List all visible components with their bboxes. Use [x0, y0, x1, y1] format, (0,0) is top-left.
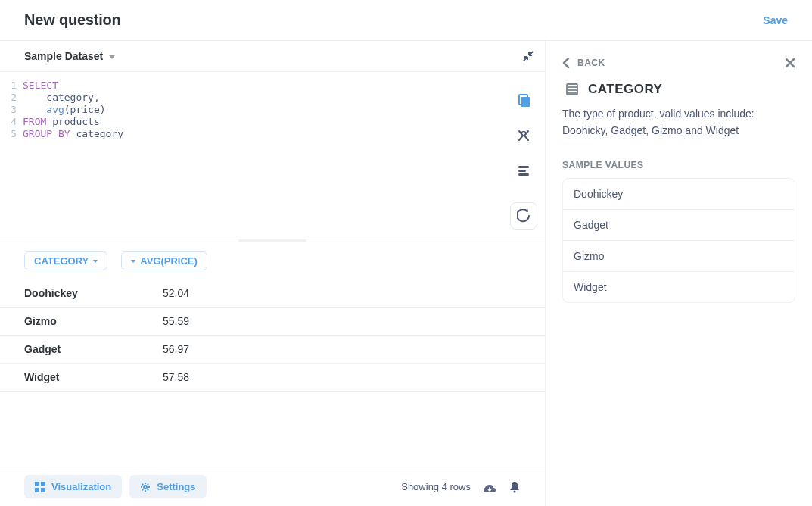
- sample-value-item: Gadget: [563, 210, 795, 241]
- page-title: New question: [24, 11, 121, 29]
- bell-icon[interactable]: [509, 481, 521, 493]
- sql-editor[interactable]: 12345 SELECT category, avg(price)FROM pr…: [0, 72, 502, 242]
- grid-icon: [35, 482, 45, 492]
- row-count-status: Showing 4 rows: [401, 481, 471, 492]
- svg-rect-7: [35, 488, 39, 492]
- results-table: Doohickey52.04Gizmo55.59Gadget56.97Widge…: [0, 280, 545, 392]
- close-button[interactable]: [785, 58, 795, 68]
- table-row[interactable]: Gadget56.97: [0, 336, 545, 364]
- topbar: New question Save: [0, 0, 812, 41]
- right-panel: BACK CATEGORY: [546, 41, 812, 506]
- table-row[interactable]: Gizmo55.59: [0, 308, 545, 336]
- gear-icon: [140, 482, 151, 492]
- chevron-down-icon: [93, 260, 98, 263]
- column-header-pill[interactable]: CATEGORY: [24, 251, 107, 270]
- bottombar: Visualization Settings Showing 4 rows: [0, 467, 545, 506]
- reference-icon[interactable]: [516, 93, 531, 108]
- save-button[interactable]: Save: [763, 14, 788, 27]
- sample-values-label: SAMPLE VALUES: [562, 160, 795, 170]
- svg-rect-6: [41, 482, 45, 486]
- sample-value-item: Gizmo: [563, 241, 795, 272]
- run-query-button[interactable]: [510, 202, 537, 230]
- code-content: SELECT category, avg(price)FROM products…: [23, 80, 502, 242]
- column-header-pill[interactable]: AVG(PRICE): [121, 251, 207, 270]
- contract-icon[interactable]: [522, 50, 534, 62]
- editor-rail: [502, 72, 545, 242]
- dataset-picker[interactable]: Sample Dataset: [24, 50, 115, 62]
- settings-button[interactable]: Settings: [129, 475, 206, 498]
- sample-value-item: Doohickey: [563, 179, 795, 210]
- close-icon: [785, 58, 795, 68]
- line-gutter: 12345: [0, 80, 23, 242]
- results-area: CATEGORYAVG(PRICE) Doohickey52.04Gizmo55…: [0, 242, 545, 467]
- svg-rect-8: [41, 488, 45, 492]
- field-type-icon: [565, 83, 579, 96]
- sample-values-list: DoohickeyGadgetGizmoWidget: [562, 178, 795, 303]
- column-headers: CATEGORYAVG(PRICE): [0, 251, 545, 280]
- snippets-icon[interactable]: [516, 163, 531, 178]
- svg-rect-4: [518, 173, 529, 176]
- dataset-bar: Sample Dataset: [0, 41, 545, 72]
- chevron-left-icon: [562, 58, 570, 68]
- back-button[interactable]: BACK: [562, 58, 605, 68]
- visualization-button[interactable]: Visualization: [24, 475, 122, 498]
- table-row[interactable]: Widget57.58: [0, 364, 545, 392]
- download-icon[interactable]: [483, 480, 496, 494]
- svg-rect-3: [518, 170, 526, 172]
- field-name: CATEGORY: [588, 82, 662, 97]
- editor-area: 12345 SELECT category, avg(price)FROM pr…: [0, 72, 545, 242]
- left-pane: Sample Dataset 12345 SELECT category, av…: [0, 41, 546, 506]
- variable-icon[interactable]: [516, 128, 531, 143]
- svg-point-9: [144, 486, 147, 489]
- dataset-name: Sample Dataset: [24, 50, 103, 62]
- svg-point-10: [514, 490, 516, 492]
- sample-value-item: Widget: [563, 272, 795, 302]
- table-row[interactable]: Doohickey52.04: [0, 280, 545, 308]
- chevron-down-icon: [109, 55, 115, 59]
- chevron-down-icon: [131, 260, 135, 263]
- svg-rect-5: [35, 482, 39, 486]
- field-description: The type of product, valid values includ…: [562, 106, 795, 139]
- resize-handle[interactable]: [238, 239, 306, 242]
- svg-rect-1: [521, 97, 530, 107]
- svg-rect-2: [518, 166, 529, 168]
